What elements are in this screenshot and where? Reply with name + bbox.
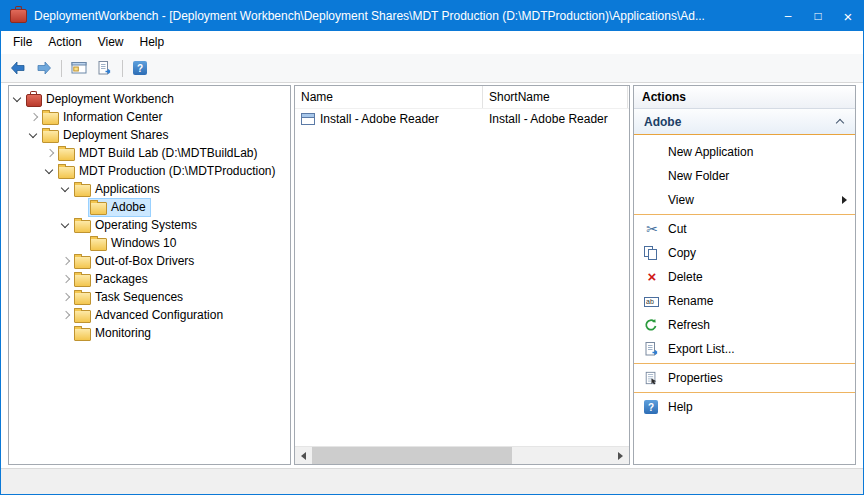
action-new-application[interactable]: New Application [634,140,855,164]
properties-icon [644,371,658,385]
tree-item-advanced-configuration[interactable]: Advanced Configuration [9,306,290,324]
action-label: New Application [668,145,753,159]
tree-node[interactable]: Applications [72,180,165,199]
folder-icon [58,148,75,161]
column-header-name[interactable]: Name [295,86,483,108]
show-hide-console-tree-button[interactable] [67,56,91,80]
window-title: DeploymentWorkbench - [Deployment Workbe… [34,9,773,23]
tree-item-adobe[interactable]: Adobe [9,198,290,216]
action-icon-slot: ✂ [644,221,668,237]
tree-node[interactable]: Operating Systems [72,216,202,235]
expand-chevron-icon[interactable] [59,255,72,268]
folder-icon [74,328,91,341]
tree-node[interactable]: Monitoring [72,324,156,343]
tree-item-out-of-box-drivers[interactable]: Out-of-Box Drivers [9,252,290,270]
action-cut[interactable]: ✂Cut [634,217,855,241]
tree-item-monitoring[interactable]: Monitoring [9,324,290,342]
results-pane: NameShortName Install - Adobe ReaderInst… [294,85,630,465]
tree-item-operating-systems[interactable]: Operating Systems [9,216,290,234]
tree-node[interactable]: Task Sequences [72,288,188,307]
tree-item-windows-10[interactable]: Windows 10 [9,234,290,252]
tree-node[interactable]: MDT Production (D:\MDTProduction) [56,162,281,181]
action-label: Rename [668,294,713,308]
expand-chevron-icon[interactable] [27,111,40,124]
action-items: New ApplicationNew FolderView✂CutCopy×De… [634,135,855,419]
tree-node[interactable]: Information Center [40,108,167,127]
action-new-folder[interactable]: New Folder [634,164,855,188]
tree-node[interactable]: Deployment Workbench [24,90,179,109]
tree-item-label: Deployment Shares [63,128,168,142]
forward-button[interactable] [32,56,56,80]
tree-node[interactable]: Adobe [88,198,151,217]
list-row-install-adobe-reader[interactable]: Install - Adobe ReaderInstall - Adobe Re… [295,109,629,129]
scroll-right-button[interactable] [612,447,629,464]
toolbar: ? [1,54,863,83]
menu-view[interactable]: View [90,31,132,54]
tree-item-information-center[interactable]: Information Center [9,108,290,126]
minimize-button[interactable]: – [773,1,803,31]
action-icon-slot [644,246,668,260]
action-help[interactable]: ?Help [634,395,855,419]
tree-item-label: Operating Systems [95,218,197,232]
tree-item-mdt-build-lab-d-mdtbuildlab[interactable]: MDT Build Lab (D:\MDTBuildLab) [9,144,290,162]
column-header-shortname[interactable]: ShortName [483,86,628,108]
action-export-list[interactable]: Export List... [634,337,855,361]
collapse-chevron-icon[interactable] [11,93,24,106]
collapse-chevron-icon[interactable] [27,129,40,142]
collapse-chevron-icon[interactable] [59,219,72,232]
tree-node[interactable]: Windows 10 [88,234,181,253]
action-label: Help [668,400,693,414]
action-delete[interactable]: ×Delete [634,265,855,289]
right-arrow-icon [618,452,623,460]
action-label: Delete [668,270,703,284]
actions-separator [634,214,855,215]
action-view[interactable]: View [634,188,855,212]
tree-item-applications[interactable]: Applications [9,180,290,198]
app-window: DeploymentWorkbench - [Deployment Workbe… [0,0,864,495]
scrollbar-thumb[interactable] [312,447,512,464]
tree-node[interactable]: Out-of-Box Drivers [72,252,199,271]
action-refresh[interactable]: Refresh [634,313,855,337]
expand-chevron-icon[interactable] [43,147,56,160]
tree-item-task-sequences[interactable]: Task Sequences [9,288,290,306]
back-button[interactable] [6,56,30,80]
tree-node[interactable]: MDT Build Lab (D:\MDTBuildLab) [56,144,263,163]
action-group-title: Adobe [644,115,681,129]
scroll-left-button[interactable] [295,447,312,464]
tree-node[interactable]: Packages [72,270,153,289]
tree-item-deployment-workbench[interactable]: Deployment Workbench [9,90,290,108]
expand-chevron-icon[interactable] [59,309,72,322]
submenu-arrow-icon [842,196,847,204]
left-arrow-icon [301,452,306,460]
window-controls: –□× [773,1,863,31]
tree-item-packages[interactable]: Packages [9,270,290,288]
actions-separator [634,363,855,364]
collapse-chevron-icon[interactable] [59,183,72,196]
action-properties[interactable]: Properties [634,366,855,390]
action-copy[interactable]: Copy [634,241,855,265]
action-group-header[interactable]: Adobe [634,109,855,135]
tree-node[interactable]: Deployment Shares [40,126,173,145]
list-body: Install - Adobe ReaderInstall - Adobe Re… [295,109,629,129]
actions-separator [634,392,855,393]
folder-icon [74,184,91,197]
menu-file[interactable]: File [5,31,40,54]
export-list-button[interactable] [93,56,117,80]
action-rename[interactable]: Rename [634,289,855,313]
tree-item-deployment-shares[interactable]: Deployment Shares [9,126,290,144]
collapse-chevron-icon[interactable] [43,165,56,178]
horizontal-scrollbar[interactable] [295,446,629,464]
close-button[interactable]: × [833,1,863,31]
expand-chevron-icon[interactable] [59,273,72,286]
menu-action[interactable]: Action [40,31,89,54]
help-button[interactable]: ? [128,56,152,80]
title-bar[interactable]: DeploymentWorkbench - [Deployment Workbe… [1,1,863,31]
menu-help[interactable]: Help [132,31,173,54]
collapse-group-chevron-icon[interactable] [835,116,846,127]
tree-item-mdt-production-d-mdtproduction[interactable]: MDT Production (D:\MDTProduction) [9,162,290,180]
tree-item-label: Advanced Configuration [95,308,223,322]
expand-chevron-icon[interactable] [59,291,72,304]
maximize-button[interactable]: □ [803,1,833,31]
tree-item-label: Windows 10 [111,236,176,250]
tree-node[interactable]: Advanced Configuration [72,306,228,325]
